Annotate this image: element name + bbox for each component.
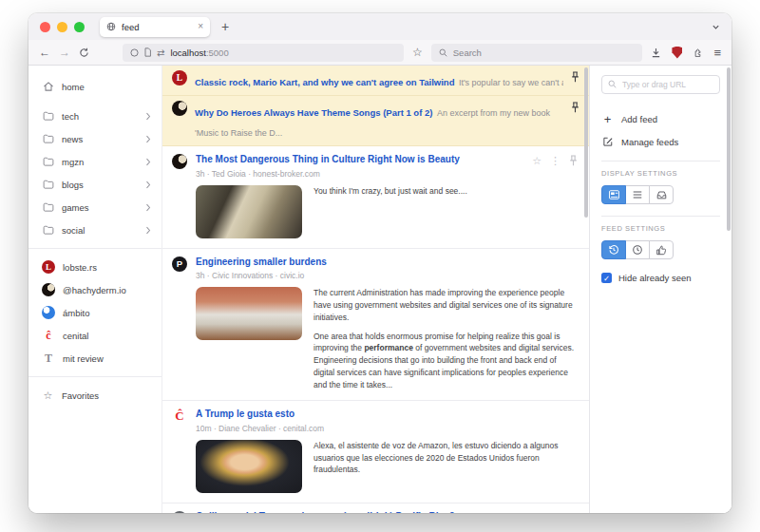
add-feed-button[interactable]: + Add feed (601, 107, 720, 130)
favorite-star-icon[interactable]: ☆ (532, 156, 542, 166)
sidebar-feed-cenital[interactable]: ĉ cenital (28, 324, 162, 347)
sidebar-feed-hachyderm[interactable]: @hachyderm.io (28, 278, 162, 301)
manage-feeds-button[interactable]: Manage feeds (601, 130, 720, 153)
left-sidebar: home tech news mgzn blogs (28, 66, 162, 513)
hide-seen-toggle[interactable]: ✓ Hide already seen (601, 273, 720, 283)
list-view-button[interactable] (625, 185, 650, 204)
card-view-button[interactable] (601, 185, 626, 204)
pinned-title[interactable]: Why Do Heroes Always Have Theme Songs (P… (195, 107, 432, 118)
article-thumbnail[interactable] (196, 185, 302, 238)
sidebar-item-label: Favorites (62, 390, 99, 401)
sidebar-folder-tech[interactable]: tech (28, 104, 162, 127)
sidebar-scrollbar[interactable] (727, 67, 731, 231)
sidebar-item-label: home (62, 82, 85, 92)
pin-icon[interactable] (571, 71, 580, 83)
lobsters-icon: L (42, 260, 55, 274)
menu-icon[interactable]: ≡ (713, 47, 721, 59)
folder-icon (42, 179, 54, 190)
zoom-window-button[interactable] (74, 22, 85, 32)
minimize-window-button[interactable] (57, 22, 67, 32)
sidebar-feed-mit-review[interactable]: T mit review (28, 347, 162, 370)
search-icon (608, 80, 617, 88)
globe-icon (106, 22, 116, 31)
clock-sort-button[interactable] (625, 240, 650, 259)
downloads-icon[interactable] (651, 48, 661, 58)
pinned-title[interactable]: Classic rock, Mario Kart, and why we can… (195, 77, 454, 87)
sidebar-item-label: news (62, 134, 83, 144)
tab-close-icon[interactable]: × (198, 22, 203, 31)
page-icon[interactable] (143, 48, 152, 57)
add-feed-label: Add feed (621, 114, 657, 124)
browser-window: feed × + ← → ⇄ localhost:5 (28, 13, 732, 513)
feed-settings-label: FEED SETTINGS (601, 224, 720, 233)
new-tab-button[interactable]: + (221, 20, 229, 33)
search-input[interactable] (453, 48, 636, 58)
close-window-button[interactable] (40, 22, 50, 32)
folder-icon (42, 201, 54, 213)
browser-search-bar[interactable] (431, 44, 643, 62)
kebab-menu-icon[interactable]: ⋮ (550, 156, 560, 166)
article-card: Ĉ A Trump le gusta esto 10m · Diane Chev… (162, 400, 589, 503)
bookmark-star-icon[interactable]: ☆ (412, 46, 423, 59)
sidebar-item-label: cenital (63, 331, 88, 341)
pinned-item[interactable]: L Classic rock, Mario Kart, and why we c… (162, 66, 589, 96)
compact-view-button[interactable] (649, 185, 674, 204)
checkbox-checked-icon[interactable]: ✓ (601, 273, 612, 283)
article-title[interactable]: A Trump le gusta esto (196, 408, 578, 421)
folder-icon (42, 224, 54, 236)
sidebar-feed-lobsters[interactable]: L lobste.rs (28, 256, 162, 278)
thumbs-up-button[interactable] (649, 240, 674, 259)
pin-icon[interactable] (571, 102, 580, 113)
browser-tab[interactable]: feed × (100, 17, 210, 37)
pinned-item[interactable]: Why Do Heroes Always Have Theme Songs (P… (162, 96, 589, 146)
sidebar-folder-blogs[interactable]: blogs (28, 173, 162, 196)
cenital-icon: Ĉ (172, 408, 187, 424)
extensions-icon[interactable] (693, 48, 703, 58)
sidebar-folder-games[interactable]: games (28, 196, 162, 218)
article-paragraph: The current Administration has made impr… (314, 287, 578, 323)
article-title[interactable]: The Most Dangerous Thing in Culture Righ… (196, 154, 523, 166)
hide-seen-label: Hide already seen (618, 273, 692, 283)
sidebar-item-label: lobste.rs (63, 262, 97, 273)
source-badge: P (172, 256, 187, 272)
article-card: The Most Dangerous Thing in Culture Righ… (162, 146, 589, 248)
url-text: localhost:5000 (170, 48, 228, 58)
home-icon (42, 81, 54, 92)
url-bar[interactable]: ⇄ localhost:5000 (123, 44, 404, 62)
add-feed-url-input[interactable] (601, 75, 720, 94)
page: feed × + ← → ⇄ localhost:5 (0, 0, 760, 532)
pin-icon[interactable] (569, 155, 578, 166)
right-sidebar: + Add feed Manage feeds DISPLAY SETTINGS (590, 66, 732, 513)
sidebar-item-label: mgzn (62, 157, 84, 167)
forward-icon[interactable]: → (59, 47, 70, 58)
article-thumbnail[interactable] (196, 440, 302, 493)
article-title[interactable]: Guillermo del Toro revela por qué no dir… (196, 511, 578, 513)
adblock-shield-icon[interactable] (672, 47, 682, 59)
sidebar-item-favorites[interactable]: ☆ Favorites (28, 384, 162, 407)
sidebar-feed-ambito[interactable]: ámbito (28, 301, 162, 324)
back-icon[interactable]: ← (39, 47, 50, 58)
feed-scrollbar[interactable] (584, 67, 588, 218)
sidebar-item-label: games (62, 202, 89, 213)
sidebar-folder-mgzn[interactable]: mgzn (28, 150, 162, 173)
sidebar-item-label: @hachyderm.io (63, 285, 126, 295)
sidebar-folder-social[interactable]: social (28, 218, 162, 241)
article-meta: 10m · Diane Chevalier · cenital.com (196, 424, 578, 433)
site-info-icon[interactable] (130, 48, 139, 57)
sidebar-item-label: ámbito (63, 308, 90, 318)
article-card: W Guillermo del Toro revela por qué no d… (162, 503, 589, 513)
tab-overflow-chevron-icon[interactable] (712, 23, 720, 31)
lobsters-icon: L (172, 70, 187, 86)
history-sort-button[interactable] (601, 240, 626, 259)
sidebar-folder-news[interactable]: news (28, 127, 162, 150)
chevron-right-icon (145, 135, 151, 143)
swap-arrows-icon[interactable]: ⇄ (157, 48, 164, 58)
avatar (172, 101, 187, 116)
article-card: P Engineering smaller burdens 3h · Civic… (162, 248, 589, 401)
article-thumbnail[interactable] (196, 287, 302, 340)
reload-icon[interactable] (79, 48, 89, 58)
sidebar-item-home[interactable]: home (28, 75, 162, 98)
pinned-snippet: It's popular to say we can't agree on Ta… (459, 78, 563, 87)
window-controls (40, 22, 85, 32)
article-title[interactable]: Engineering smaller burdens (196, 256, 578, 269)
